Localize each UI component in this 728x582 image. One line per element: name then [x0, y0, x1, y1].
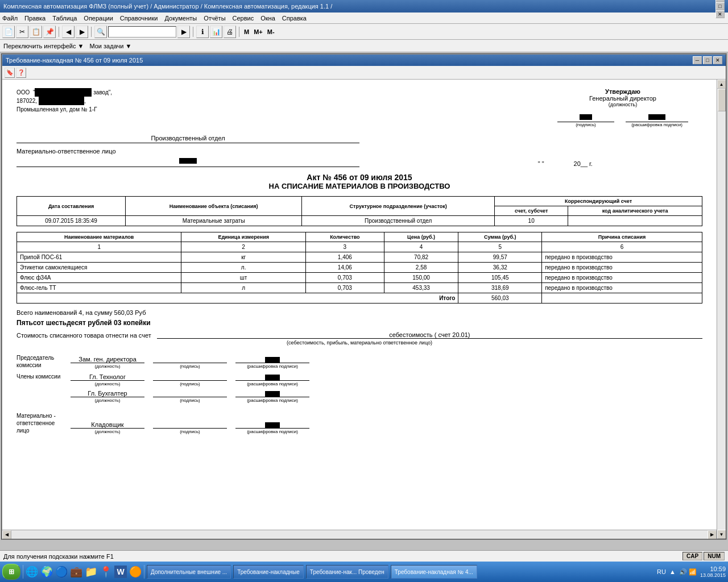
scroll-down-button[interactable]: ▼	[717, 530, 726, 539]
toolbar-btn-3[interactable]: 📋	[30, 26, 42, 38]
responsible-sign-label2: (подпись)	[153, 429, 227, 434]
chairman-decode-field: (расшифровка подписи)	[235, 356, 309, 369]
approve-label: Утверждаю	[543, 88, 702, 95]
main-table-col3-header: Структурное подразделение (участок)	[302, 197, 495, 216]
my-tasks-button[interactable]: Мои задачи ▼	[89, 43, 131, 49]
menu-documents[interactable]: Документы	[164, 15, 197, 22]
start-button[interactable]: ⊞	[2, 564, 20, 580]
amount-text: Пятьсот шестьдесят рублей 03 копейки	[16, 319, 702, 327]
scroll-h-track[interactable]	[11, 531, 708, 539]
scrollbar-vertical[interactable]: ▲ ▼	[717, 80, 726, 539]
mat-num2: 2	[181, 242, 306, 252]
toolbar-btn-search[interactable]: 🔍	[94, 26, 107, 38]
main-table-col4b-header: код аналитического учета	[568, 206, 702, 216]
toolbar-btn-6[interactable]: 📊	[210, 26, 222, 38]
cost-section: Стоимость списанного товара отнести на с…	[16, 331, 702, 339]
mat-reason-0: передано в производство	[542, 252, 702, 263]
taskbar-icon-3[interactable]: 🔵	[55, 566, 68, 578]
doc-icon-btn[interactable]: 🔖	[5, 68, 15, 78]
toolbar-btn-5[interactable]: ℹ	[196, 26, 209, 38]
mat-unit-0: кг	[181, 252, 306, 263]
menu-edit[interactable]: Правка	[24, 15, 46, 22]
responsible-row: Материально - ответственное лицо Кладовщ…	[16, 412, 702, 434]
material-row-0: Припой ПОС-61 кг 1,406 70,82 99,57 перед…	[17, 252, 702, 263]
toolbar-btn-go[interactable]: ▶	[177, 26, 190, 38]
total-label: Итого	[17, 293, 458, 304]
switch-interface-button[interactable]: Переключить интерфейс ▼	[3, 43, 84, 49]
materials-table: Наименование материалов Единица измерени…	[16, 232, 702, 304]
company-address1: 187022, ,	[16, 97, 112, 105]
member1-decode-field: (расшифровка подписи)	[235, 373, 309, 386]
taskbar-icon-8[interactable]: 🟠	[129, 566, 142, 578]
toolbar-btn-2[interactable]: ✂	[16, 26, 28, 38]
mat-price-2: 150,00	[384, 273, 458, 283]
tray-icons: 🔊 📶	[679, 568, 697, 576]
menu-service[interactable]: Сервис	[233, 15, 254, 22]
taskbar-task-1[interactable]: Дополнительные внешние ...	[147, 565, 231, 579]
scroll-up-button[interactable]: ▲	[717, 80, 726, 89]
toolbar-btn-fwd[interactable]: ▶	[76, 26, 88, 38]
toolbar-btn-1[interactable]: 📄	[2, 26, 15, 38]
clock: 10:59 13.08.2015	[700, 566, 726, 578]
toolbar-sep-4	[239, 27, 239, 37]
count-text: Всего наименований 4, на сумму 560,03 Ру…	[16, 309, 702, 316]
mat-sum-2: 105,45	[458, 273, 542, 283]
scroll-right-button[interactable]: ▶	[708, 530, 717, 539]
menu-table[interactable]: Таблица	[52, 15, 77, 22]
taskbar-sep	[23, 565, 23, 579]
act-title: Акт № 456 от 09 июля 2015	[16, 173, 702, 182]
menu-windows[interactable]: Окна	[260, 15, 275, 22]
mat-num6: 6	[542, 242, 702, 252]
toolbar-btn-4[interactable]: 📌	[43, 26, 56, 38]
scroll-thumb[interactable]	[718, 89, 726, 111]
taskbar-icon-4[interactable]: 💼	[70, 566, 82, 578]
doc-maximize-button[interactable]: □	[703, 56, 712, 64]
status-hint: Для получения подсказки нажмите F1	[3, 553, 114, 560]
taskbar-task-4[interactable]: Требование-накладная № 4...	[391, 565, 477, 579]
taskbar-task-3[interactable]: Требование-нак... Проведен	[306, 565, 388, 579]
member2-sign-field: (подпись)	[153, 397, 227, 403]
doc-close-button[interactable]: ✕	[713, 56, 722, 64]
taskbar-task-2[interactable]: Требование-накладные	[233, 565, 304, 579]
menu-bar: Файл Правка Таблица Операции Справочники…	[0, 13, 728, 24]
members-label: Члены комиссии	[16, 373, 62, 380]
total-sum: 560,03	[458, 293, 542, 304]
doc-minimize-button[interactable]: ─	[693, 56, 702, 64]
chairman-sign-field: (подпись)	[153, 363, 227, 369]
close-button[interactable]: ✕	[715, 10, 725, 18]
taskbar-icon-2[interactable]: 🌍	[40, 566, 53, 578]
doc-toolbar: 🔖 ❓	[2, 66, 726, 80]
toolbar-btn-7[interactable]: 🖨	[224, 26, 236, 38]
toolbar-label-m: M	[244, 28, 249, 35]
toolbar: 📄 ✂ 📋 📌 ◀ ▶ 🔍 ▶ ℹ 📊 🖨 M M+ M-	[0, 24, 728, 40]
menu-reports[interactable]: Отчёты	[204, 15, 225, 22]
search-input[interactable]	[108, 26, 176, 38]
system-tray: RU ▲ 🔊 📶 10:59 13.08.2015	[657, 566, 726, 578]
menu-file[interactable]: Файл	[2, 15, 18, 22]
scroll-left-button[interactable]: ◀	[2, 530, 11, 539]
approve-sign-label: (подпись)	[557, 122, 614, 127]
mat-price-3: 453,33	[384, 283, 458, 293]
menu-references[interactable]: Справочники	[120, 15, 158, 22]
mat-price-1: 2,58	[384, 263, 458, 273]
mat-num3: 3	[305, 242, 384, 252]
doc-help-btn[interactable]: ❓	[16, 68, 26, 78]
approve-title: Генеральный директор	[543, 95, 702, 102]
doc-title-bar: Требование-накладная № 456 от 09 июля 20…	[2, 55, 726, 66]
toolbar-sep-1	[59, 27, 59, 37]
cap-indicator: CAP	[682, 552, 702, 560]
mat-unit-1: л.	[181, 263, 306, 273]
scrollbar-horizontal[interactable]: ◀ ▶	[2, 530, 717, 539]
doc-title-block: Акт № 456 от 09 июля 2015 НА СПИСАНИЕ МА…	[16, 173, 702, 190]
taskbar-icon-ie[interactable]: 🌐	[26, 566, 38, 578]
maximize-button[interactable]: □	[715, 2, 725, 10]
taskbar-icon-5[interactable]: 📁	[85, 566, 97, 578]
toolbar-btn-back[interactable]: ◀	[62, 26, 75, 38]
chairman-position-field: Зам. ген. директора (должность)	[71, 356, 144, 369]
taskbar-icon-word[interactable]: W	[114, 566, 127, 578]
menu-help[interactable]: Справка	[282, 15, 307, 22]
menu-operations[interactable]: Операции	[84, 15, 113, 22]
member2-position: Гл. Бухгалтер	[88, 390, 127, 397]
taskbar-icon-6[interactable]: 📍	[100, 566, 112, 578]
scroll-track[interactable]	[718, 89, 726, 530]
